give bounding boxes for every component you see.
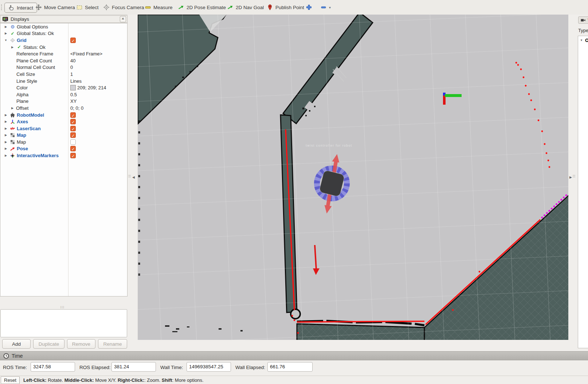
axes-icon [9,119,16,124]
tree-row[interactable]: ▶✓Status: Ok [0,44,127,51]
property-value[interactable]: <Fixed Frame> [70,51,102,57]
expander-icon[interactable]: ▶ [10,106,15,110]
row-label: LaserScan [17,126,41,131]
tree-row-robotmodel[interactable]: ▶RobotModel ✓ [0,112,127,119]
wall-time-field[interactable]: 1496938547.25 [187,362,231,372]
close-icon[interactable]: ✕ [120,16,126,22]
tree-row[interactable]: ▶✓Global Status: Ok [0,30,127,37]
enabled-checkbox[interactable]: ✓ [70,132,76,138]
views-type-label: Type [578,28,588,33]
add-tool-button[interactable] [306,3,312,12]
tree-row-map-2[interactable]: ▶Map [0,139,127,146]
property-value[interactable]: Lines [70,78,82,84]
caret-down-icon: ▾ [329,5,331,9]
tree-row[interactable]: Color 209; 209; 214 [0,84,127,91]
enabled-checkbox[interactable]: ✓ [70,38,76,43]
pose-estimate-tool-button[interactable]: 2D Pose Estimate [178,3,226,12]
expander-icon[interactable]: ▶ [3,154,8,157]
tool-options-caret[interactable]: ▾ [329,3,331,12]
duplicate-button[interactable]: Duplicate [33,339,64,349]
row-label: Map [17,132,26,138]
tree-row[interactable]: Line Style Lines [0,78,127,85]
tree-row-axes[interactable]: ▶Axes ✓ [0,118,127,125]
expander-icon[interactable]: ▶ [3,133,8,137]
expander-icon[interactable]: ▼ [3,39,8,42]
color-swatch[interactable] [70,85,76,90]
property-value[interactable]: XY [70,98,77,104]
reset-button[interactable]: Reset [1,376,20,384]
views-list-item[interactable]: ▼ O [578,36,588,44]
enabled-checkbox[interactable]: ✓ [70,119,76,124]
green-arrow-icon [227,4,233,10]
interact-tool-button[interactable]: Interact [4,3,37,13]
tree-row[interactable]: Alpha 0.5 [0,91,127,98]
property-value[interactable]: 209; 209; 214 [77,85,106,90]
remove-button[interactable]: Remove [67,339,95,349]
property-value[interactable]: 40 [70,58,75,63]
enabled-checkbox[interactable]: ✓ [70,126,76,131]
tree-row-grid[interactable]: ▼Grid ✓ [0,37,127,44]
tree-row-interactivemarkers[interactable]: ▶InteractiveMarkers ✓ [0,152,127,159]
property-value[interactable]: 0.5 [70,92,77,97]
expander-icon[interactable]: ▶ [3,113,8,117]
views-list[interactable]: ▼ O [578,36,588,348]
map-icon [9,133,16,137]
tree-row[interactable]: Plane Cell Count 40 [0,57,127,64]
rename-button[interactable]: Rename [98,339,127,349]
expander-icon[interactable]: ▶ [3,147,8,150]
row-label: Plane Cell Count [16,58,52,63]
publish-point-label: Publish Point [275,5,304,10]
render-viewport[interactable]: twist controller for robot [138,15,568,340]
tree-row-map-1[interactable]: ▶Map ✓ [0,132,127,139]
ros-time-field[interactable]: 3247.58 [31,362,75,372]
add-button[interactable]: Add [2,339,31,349]
right-splitter[interactable]: ▶ ||| [568,15,576,351]
wall-elapsed-field[interactable]: 661.76 [267,362,313,372]
time-panel-header[interactable]: Time [0,351,588,360]
expander-icon[interactable]: ▶ [3,120,8,123]
tree-row[interactable]: Plane XY [0,98,127,105]
enabled-checkbox[interactable]: ✓ [70,112,76,118]
expander-icon[interactable]: ▶ [3,127,8,130]
collapse-left-icon[interactable]: ◀ [132,175,135,179]
expander-icon[interactable]: ▼ [579,39,584,42]
move-camera-label: Move Camera [44,5,75,10]
row-label: Pose [17,146,28,151]
displays-panel-header[interactable]: Displays ✕ [0,15,128,23]
left-splitter[interactable]: ||| ◀ [128,15,138,351]
tree-row[interactable]: Normal Cell Count 0 [0,64,127,71]
tree-row[interactable]: ▶Offset 0; 0; 0 [0,105,127,112]
collapse-right-icon[interactable]: ▶ [569,175,572,179]
tree-row-laserscan[interactable]: ▶LaserScan ✓ [0,125,127,132]
toolbar: Interact Move Camera Select Focus Camera… [0,0,588,15]
expander-icon[interactable]: ▶ [3,32,8,35]
nav-goal-tool-button[interactable]: 2D Nav Goal [227,3,264,12]
publish-point-tool-button[interactable]: Publish Point [267,3,304,12]
row-label: Alpha [16,92,28,97]
expander-icon[interactable]: ▶ [3,140,8,144]
rviz-window: Interact Move Camera Select Focus Camera… [0,0,588,384]
enabled-checkbox[interactable]: ✓ [70,153,76,158]
select-tool-button[interactable]: Select [77,3,99,12]
property-value[interactable]: 0; 0; 0 [70,105,83,111]
property-value[interactable]: 0 [70,65,73,70]
views-panel-header[interactable]: V [578,16,588,24]
occupancy-map: twist controller for robot [138,15,568,340]
move-camera-tool-button[interactable]: Move Camera [36,3,75,12]
tree-row-pose[interactable]: ▶Pose ✓ [0,146,127,152]
enabled-checkbox[interactable] [70,139,76,145]
enabled-checkbox[interactable]: ✓ [70,146,76,151]
property-value[interactable]: 1 [70,71,73,77]
focus-camera-tool-button[interactable]: Focus Camera [103,3,144,12]
ros-elapsed-field[interactable]: 381.24 [111,362,156,372]
clock-icon [3,353,9,358]
expander-icon[interactable]: ▶ [10,46,15,49]
remove-tool-button[interactable] [321,3,326,12]
tree-row[interactable]: ▶⚙Global Options [0,23,127,30]
measure-tool-button[interactable]: Measure [145,3,173,12]
panel-splitter-handle[interactable]: ||| [60,306,64,308]
tree-row[interactable]: Reference Frame <Fixed Frame> [0,50,127,57]
tree-row[interactable]: Cell Size 1 [0,71,127,78]
expander-icon[interactable]: ▶ [3,25,8,28]
toolbar-grip[interactable] [1,4,3,10]
